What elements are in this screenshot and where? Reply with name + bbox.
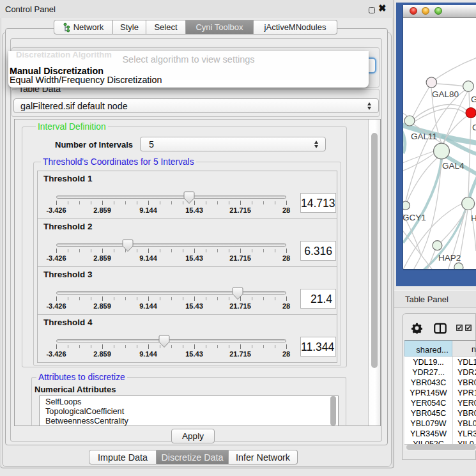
svg-text:GCY1: GCY1	[403, 213, 426, 222]
svg-text:G.: G.	[471, 95, 476, 104]
svg-text:GAL80: GAL80	[432, 89, 459, 99]
svg-text:H: H	[471, 213, 476, 223]
svg-text:GAL11: GAL11	[411, 132, 437, 141]
svg-text:GAL4: GAL4	[442, 161, 464, 171]
svg-text:C: C	[472, 123, 476, 132]
svg-text:HAP2: HAP2	[438, 253, 461, 263]
